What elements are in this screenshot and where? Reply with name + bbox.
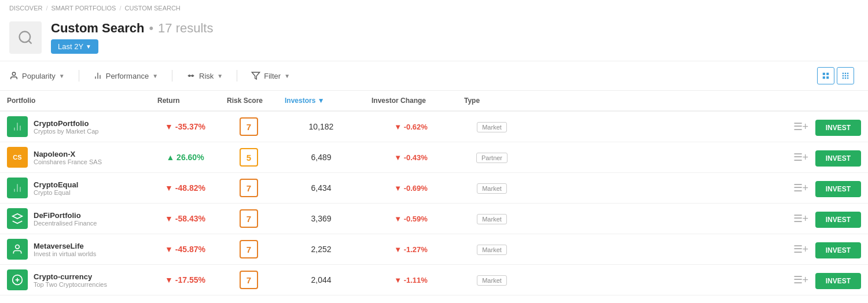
actions-cell-0: ☰+ INVEST — [527, 111, 868, 142]
list-view-button[interactable] — [817, 67, 834, 84]
svg-rect-11 — [826, 73, 829, 75]
popularity-arrow-icon: ▼ — [59, 73, 65, 79]
risk-arrow-icon: ▼ — [217, 73, 223, 79]
performance-arrow-icon: ▼ — [152, 73, 158, 79]
col-header-return: Return — [150, 91, 220, 111]
table-row: Crypto-currency Top Two Cryptocurrencies… — [0, 265, 868, 295]
view-icons — [817, 67, 854, 84]
return-cell-3: ▼ -58.43% — [150, 204, 220, 234]
filter-arrow-icon: ▼ — [284, 73, 290, 79]
investors-cell-3: 3,369 — [278, 204, 365, 234]
inv-change-cell-2: ▼ -0.69% — [365, 173, 457, 204]
portfolio-cell-3: DeFiPortfolio Decentralised Finance — [0, 204, 150, 234]
add-to-watchlist-button-1[interactable]: ☰+ — [789, 149, 814, 166]
filter-button[interactable]: Filter ▼ — [251, 71, 290, 80]
invest-button-3[interactable]: INVEST — [815, 212, 861, 228]
inv-change-cell-1: ▼ -0.43% — [365, 142, 457, 173]
risk-badge-1: 5 — [240, 148, 258, 167]
svg-rect-20 — [843, 77, 844, 79]
popularity-icon — [9, 71, 19, 80]
portfolio-icon-2 — [7, 178, 28, 198]
invest-button-2[interactable]: INVEST — [815, 181, 861, 197]
invest-button-1[interactable]: INVEST — [815, 150, 861, 167]
portfolios-table: Portfolio Return Risk Score Investors ▼ … — [0, 91, 868, 295]
type-cell-0: Market — [457, 111, 527, 142]
portfolio-icon-3 — [7, 208, 28, 229]
inv-change-cell-4: ▼ -1.27% — [365, 234, 457, 265]
return-cell-1: ▲ 26.60% — [150, 142, 220, 173]
page-title: Custom Search — [51, 21, 144, 36]
type-cell-3: Market — [457, 204, 527, 234]
header-title-row: Custom Search • 17 results — [51, 21, 213, 36]
grid-view-icon — [841, 72, 849, 80]
portfolio-info-3: DeFiPortfolio Decentralised Finance — [34, 211, 97, 227]
col-header-investor-change: Investor Change — [365, 91, 457, 111]
filter-divider-2 — [172, 70, 172, 82]
table-row: DeFiPortfolio Decentralised Finance ▼ -5… — [0, 204, 868, 234]
results-count: 17 results — [158, 21, 213, 36]
portfolio-info-2: CryptoEqual Crypto Equal — [34, 180, 78, 196]
risk-cell-4: 7 — [220, 234, 278, 265]
add-to-watchlist-button-5[interactable]: ☰+ — [789, 271, 814, 289]
portfolio-cell-1: CS Napoleon-X Coinshares France SAS — [0, 142, 150, 173]
portfolio-info-5: Crypto-currency Top Two Cryptocurrencies — [34, 272, 107, 288]
risk-cell-3: 7 — [220, 204, 278, 234]
portfolio-info-1: Napoleon-X Coinshares France SAS — [34, 150, 102, 165]
col-header-portfolio: Portfolio — [0, 91, 150, 111]
risk-badge-4: 7 — [240, 240, 258, 258]
svg-rect-16 — [847, 73, 848, 74]
col-header-risk-score: Risk Score — [220, 91, 278, 111]
actions-cell-3: ☰+ INVEST — [527, 204, 868, 234]
svg-point-2 — [12, 72, 15, 75]
add-to-watchlist-button-0[interactable]: ☰+ — [789, 118, 814, 135]
investors-cell-5: 2,044 — [278, 265, 365, 295]
add-to-watchlist-button-2[interactable]: ☰+ — [789, 179, 814, 197]
time-period-button[interactable]: Last 2Y ▼ — [51, 39, 98, 54]
investors-cell-2: 6,434 — [278, 173, 365, 204]
risk-filter[interactable]: Risk ▼ — [186, 71, 223, 80]
risk-icon — [186, 71, 196, 80]
return-cell-5: ▼ -17.55% — [150, 265, 220, 295]
add-to-watchlist-button-4[interactable]: ☰+ — [789, 241, 814, 258]
risk-badge-0: 7 — [240, 117, 258, 136]
table-row: CryptoEqual Crypto Equal ▼ -48.82% 7 6,4… — [0, 173, 868, 204]
col-header-type: Type — [457, 91, 527, 111]
actions-cell-5: ☰+ INVEST — [527, 265, 868, 295]
filter-divider-1 — [79, 70, 79, 82]
table-row: CS Napoleon-X Coinshares France SAS ▲ 26… — [0, 142, 868, 173]
inv-change-cell-3: ▼ -0.59% — [365, 204, 457, 234]
svg-rect-21 — [845, 77, 846, 79]
portfolio-cell-5: Crypto-currency Top Two Cryptocurrencies — [0, 265, 150, 295]
portfolio-icon-4 — [7, 239, 28, 260]
inv-change-cell-5: ▼ -1.11% — [365, 265, 457, 295]
inv-change-cell-0: ▼ -0.62% — [365, 111, 457, 142]
header-separator: • — [149, 21, 153, 36]
table-row: MetaverseLife Invest in virtual worlds ▼… — [0, 234, 868, 265]
table-row: CryptoPortfolio Cryptos by Market Cap ▼ … — [0, 111, 868, 142]
add-to-watchlist-button-3[interactable]: ☰+ — [789, 210, 814, 227]
col-header-actions — [527, 91, 868, 111]
invest-button-4[interactable]: INVEST — [815, 242, 861, 258]
invest-button-5[interactable]: INVEST — [815, 273, 861, 289]
filter-icon — [251, 71, 260, 80]
return-cell-0: ▼ -35.37% — [150, 111, 220, 142]
return-cell-4: ▼ -45.87% — [150, 234, 220, 265]
risk-cell-5: 7 — [220, 265, 278, 295]
breadcrumb-current: CUSTOM SEARCH — [124, 5, 180, 12]
col-header-investors[interactable]: Investors ▼ — [278, 91, 365, 111]
page-icon — [9, 21, 42, 54]
risk-cell-1: 5 — [220, 142, 278, 173]
portfolio-cell-4: MetaverseLife Invest in virtual worlds — [0, 234, 150, 265]
breadcrumb-discover[interactable]: DISCOVER — [9, 5, 42, 12]
performance-filter[interactable]: Performance ▼ — [93, 71, 158, 80]
svg-line-1 — [28, 40, 31, 43]
invest-button-0[interactable]: INVEST — [815, 120, 861, 136]
breadcrumb-smart-portfolios[interactable]: SMART PORTFOLIOS — [52, 5, 116, 12]
portfolio-cell-0: CryptoPortfolio Cryptos by Market Cap — [0, 111, 150, 142]
svg-rect-10 — [823, 73, 825, 75]
header-left: Custom Search • 17 results Last 2Y ▼ — [51, 21, 213, 54]
popularity-filter[interactable]: Popularity ▼ — [9, 71, 65, 80]
grid-view-button[interactable] — [837, 67, 854, 84]
svg-rect-12 — [823, 76, 825, 79]
filter-divider-3 — [237, 70, 237, 82]
